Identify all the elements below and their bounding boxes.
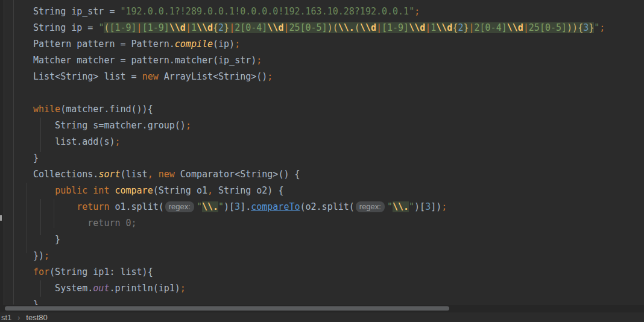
code-token: { xyxy=(213,22,218,33)
code-token: , xyxy=(148,169,153,180)
horizontal-scrollbar-thumb[interactable] xyxy=(5,306,449,311)
code-token: | xyxy=(186,22,191,33)
code-line: List<String> list = new ArrayList<String… xyxy=(33,69,605,85)
chevron-right-icon: › xyxy=(17,314,20,322)
indent-guide xyxy=(13,0,14,305)
code-token: | xyxy=(425,22,431,33)
code-token: \\. xyxy=(393,201,409,212)
code-token: 3 xyxy=(235,201,240,212)
code-token: 25 xyxy=(289,22,300,33)
code-token: compare xyxy=(115,185,153,196)
code-token: new xyxy=(159,169,175,180)
code-token: String o2) { xyxy=(213,185,283,196)
code-token: 25 xyxy=(529,22,540,33)
code-token: | xyxy=(376,22,382,33)
code-line: return o1.split(regex:"\\.")[3].compareT… xyxy=(33,199,605,215)
code-token: while xyxy=(33,104,60,115)
code-token: \\d xyxy=(507,22,523,33)
code-token: ArrayList<String>() xyxy=(159,71,268,82)
code-line: String s=matcher.group(); xyxy=(33,118,605,134)
code-token: String s=matcher.group() xyxy=(33,120,186,131)
code-token: } xyxy=(589,22,594,33)
code-token: System. xyxy=(33,283,93,294)
gutter-marker xyxy=(0,215,2,221)
code-line: System.out.println(ip1); xyxy=(33,280,605,297)
code-token: ; xyxy=(186,120,191,131)
code-token: Pattern pattern = Pattern. xyxy=(33,39,175,49)
code-token: Collections. xyxy=(33,169,98,180)
code-token: (list xyxy=(121,169,148,180)
code-token: ; xyxy=(441,201,447,212)
code-token: ; xyxy=(599,22,605,33)
code-token: \\. xyxy=(338,22,355,33)
code-token: ; xyxy=(414,6,420,17)
breadcrumb-item-class[interactable]: st1 xyxy=(1,313,11,322)
code-token xyxy=(153,169,159,180)
code-token: (matcher.find()){ xyxy=(60,104,153,115)
code-line: return 0; xyxy=(33,215,605,232)
code-token: ( xyxy=(355,22,360,33)
code-token: String ip_str = xyxy=(33,6,121,17)
code-area[interactable]: String ip_str = "192.0.0.1?!289.0.0.1!0.… xyxy=(33,4,605,312)
code-token: " xyxy=(594,22,599,33)
code-line: list.add(s); xyxy=(33,134,605,150)
breadcrumb: st1 › test80 xyxy=(0,312,644,322)
code-token: }) xyxy=(33,250,44,261)
code-token: 1 xyxy=(431,22,436,33)
code-token: 2 xyxy=(475,22,480,33)
code-token: list.add(s) xyxy=(33,136,115,147)
code-token: ; xyxy=(44,250,49,261)
code-token: return 0; xyxy=(33,218,137,229)
code-token xyxy=(33,185,55,196)
code-token: )[ xyxy=(224,201,235,212)
code-line: Collections.sort(list, new Comparator<St… xyxy=(33,166,605,183)
code-token: [1-9] xyxy=(109,22,136,33)
code-token: \\d xyxy=(360,22,376,33)
code-token: ) xyxy=(572,22,578,33)
code-line: public int compare(String o1, String o2)… xyxy=(33,183,605,199)
code-token: sort xyxy=(98,169,120,180)
code-token: compile xyxy=(175,39,213,49)
code-token: Comparator<String>() { xyxy=(175,169,300,180)
code-line: while(matcher.find()){ xyxy=(33,101,605,118)
code-token: ]. xyxy=(240,201,251,212)
breadcrumb-item-method[interactable]: test80 xyxy=(26,313,47,322)
code-token: [0-5] xyxy=(540,22,567,33)
code-token: ) xyxy=(567,22,572,33)
code-token xyxy=(33,201,77,212)
code-token: \\d xyxy=(267,22,283,33)
code-token: out xyxy=(93,283,109,294)
code-token: | xyxy=(137,22,142,33)
code-token: ) xyxy=(327,22,333,33)
method-reference-link[interactable]: compareTo xyxy=(251,201,300,212)
code-token: \\d xyxy=(409,22,425,33)
code-token: \\. xyxy=(202,201,218,212)
code-line: } xyxy=(33,150,605,166)
code-token: new xyxy=(142,71,159,82)
horizontal-scrollbar[interactable] xyxy=(0,305,644,312)
code-token: 3 xyxy=(425,201,431,212)
code-token: ]) xyxy=(431,201,441,212)
code-token: 3 xyxy=(583,22,589,33)
code-token: Matcher matcher = pattern.matcher(ip_str… xyxy=(33,55,256,66)
code-token: } xyxy=(33,153,39,163)
code-token: , xyxy=(207,185,213,196)
code-token: (String o1 xyxy=(153,185,207,196)
code-line: Matcher matcher = pattern.matcher(ip_str… xyxy=(33,52,605,69)
code-token: public int xyxy=(55,185,115,196)
code-token: } xyxy=(33,234,60,245)
code-token: o1.split( xyxy=(115,201,163,212)
code-line xyxy=(33,85,605,101)
code-token: } xyxy=(224,22,229,33)
code-token: | xyxy=(469,22,475,33)
code-token: for xyxy=(33,267,49,277)
code-line: Pattern pattern = Pattern.compile(ip); xyxy=(33,36,605,52)
code-editor[interactable]: String ip_str = "192.0.0.1?!289.0.0.1!0.… xyxy=(0,0,644,312)
code-token: ; xyxy=(256,55,262,66)
code-token: " xyxy=(387,201,393,212)
code-token: [1-9] xyxy=(382,22,409,33)
code-token: \\d xyxy=(436,22,452,33)
code-line: for(String ip1: list){ xyxy=(33,264,605,280)
code-token: } xyxy=(463,22,469,33)
code-line: } xyxy=(33,232,605,248)
